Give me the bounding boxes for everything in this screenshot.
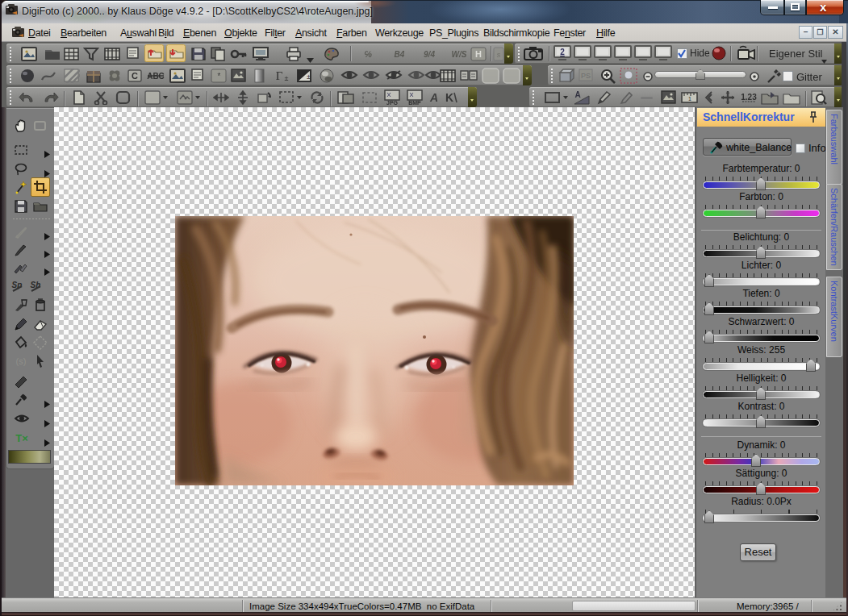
svg-text:K: K xyxy=(445,91,453,104)
svg-text:(s): (s) xyxy=(16,356,27,366)
svg-text:1: 1 xyxy=(688,96,691,102)
svg-text:B4: B4 xyxy=(395,50,405,59)
svg-text:C: C xyxy=(132,71,138,81)
svg-text:H: H xyxy=(475,49,482,59)
svg-text:℅: ℅ xyxy=(364,49,372,59)
svg-text:A: A xyxy=(429,91,438,104)
svg-text:A: A xyxy=(574,90,580,99)
svg-text:BMP: BMP xyxy=(408,100,421,106)
svg-text:±: ± xyxy=(285,74,289,82)
svg-text:PS: PS xyxy=(581,72,591,80)
svg-text:±: ± xyxy=(307,73,311,81)
svg-text:JPG: JPG xyxy=(386,100,399,106)
svg-text:1.23: 1.23 xyxy=(741,93,757,102)
svg-text:9/4: 9/4 xyxy=(424,50,435,59)
svg-text:W/S: W/S xyxy=(452,50,467,59)
svg-text:T×: T× xyxy=(15,432,28,444)
svg-text:Γ: Γ xyxy=(276,69,283,82)
svg-text:s: s xyxy=(497,51,501,59)
svg-text:2: 2 xyxy=(560,48,565,56)
